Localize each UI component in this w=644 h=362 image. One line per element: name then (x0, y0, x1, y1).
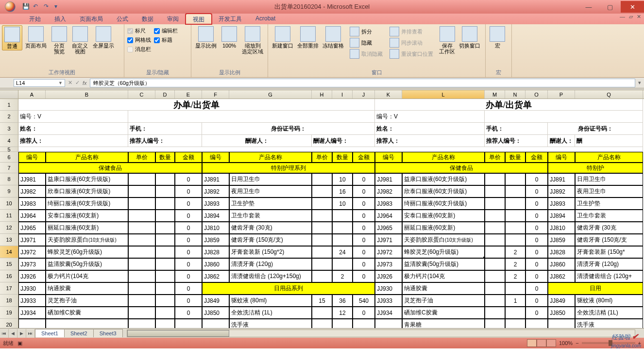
cell[interactable]: 0 (175, 295, 202, 307)
hdr[interactable]: 单价 (128, 152, 155, 163)
cell[interactable]: JJ972 (375, 246, 402, 258)
cell[interactable]: 硒加维C胶囊 (402, 307, 485, 319)
cell[interactable]: 全效洗洁精 (1L) (229, 307, 312, 319)
cell[interactable]: JJ930 (375, 282, 402, 295)
cell[interactable] (128, 246, 155, 258)
col-header-I[interactable]: I (332, 90, 353, 99)
cell[interactable]: 牙膏套装新 (150g* (575, 246, 643, 258)
cell[interactable]: 0 (525, 270, 548, 282)
window-small-取消隐藏[interactable]: 取消隐藏 (348, 49, 385, 59)
cell[interactable] (332, 210, 353, 222)
cell[interactable]: 蜂胶灵芝(60g升级版) (46, 246, 128, 258)
col-header-P[interactable]: P (548, 90, 575, 99)
col-header-L[interactable]: L (402, 90, 485, 99)
cell[interactable] (332, 319, 353, 328)
window-right-0[interactable]: 保存工作区 (437, 25, 457, 55)
enter-icon[interactable]: ✓ (75, 80, 80, 86)
hdr[interactable]: 产品名称 (575, 152, 643, 163)
row-header-3[interactable]: 3 (0, 123, 18, 135)
cell[interactable]: 0 (175, 246, 202, 258)
cell[interactable] (485, 270, 505, 282)
cell[interactable] (505, 222, 525, 234)
cell[interactable] (505, 234, 525, 246)
cell[interactable] (505, 282, 525, 295)
cell[interactable]: JJ894 (548, 210, 575, 222)
cell[interactable] (155, 307, 175, 319)
cell[interactable]: 24 (332, 246, 353, 258)
last-sheet-button[interactable]: ⏭ (26, 329, 35, 338)
hdr[interactable]: 金额 (175, 152, 202, 163)
cell[interactable] (128, 185, 155, 197)
sec[interactable]: 特别护理系列 (202, 163, 375, 173)
cell-b4[interactable]: 推荐人编号： (128, 135, 202, 147)
normal-view-button[interactable] (527, 339, 537, 347)
cell[interactable] (18, 319, 46, 328)
row-header-5[interactable]: 5 (0, 147, 18, 152)
col-header-M[interactable]: M (485, 90, 505, 99)
cell[interactable] (312, 270, 332, 282)
title-left[interactable]: 办单/出货单 (18, 99, 375, 111)
cell[interactable] (128, 307, 155, 319)
cell-k4[interactable]: 推荐人： (375, 135, 485, 147)
cell[interactable]: 0 (175, 282, 202, 295)
hdr[interactable]: 数量 (505, 152, 525, 163)
cell[interactable] (548, 319, 575, 328)
cell[interactable]: 青果糖 (402, 319, 485, 328)
cell[interactable] (485, 319, 505, 328)
cell[interactable]: 0 (353, 222, 375, 234)
cell[interactable]: JJ973 (375, 258, 402, 270)
cell[interactable]: JJ862 (548, 270, 575, 282)
cell[interactable]: 0 (175, 173, 202, 185)
cell[interactable] (155, 173, 175, 185)
record-macro-icon[interactable]: ▣ (17, 340, 22, 346)
cell[interactable]: 0 (175, 270, 202, 282)
hdr[interactable]: 金额 (525, 152, 548, 163)
checkbox-标题[interactable]: 标题 (154, 36, 178, 44)
cell[interactable]: 益康口服液(60支升级版) (46, 173, 128, 185)
hdr[interactable]: 编号 (548, 152, 575, 163)
cell[interactable]: JJ933 (18, 295, 46, 307)
cell[interactable]: JJ964 (375, 210, 402, 222)
row-header-2[interactable]: 2 (0, 111, 18, 123)
sheet-tab-Sheet1[interactable]: Sheet1 (35, 329, 65, 337)
hdr[interactable]: 金额 (353, 152, 375, 163)
cell[interactable]: 清渍牙膏 (120g) (229, 258, 312, 270)
cell[interactable]: JJ859 (548, 234, 575, 246)
cell[interactable]: 0 (353, 246, 375, 258)
cell[interactable] (128, 173, 155, 185)
cell[interactable] (312, 197, 332, 210)
cell[interactable] (155, 319, 175, 328)
cell[interactable] (485, 246, 505, 258)
cell[interactable] (332, 234, 353, 246)
tab-Acrobat[interactable]: Acrobat (249, 14, 282, 24)
tab-页面布局[interactable]: 页面布局 (73, 14, 110, 24)
cell[interactable]: 0 (353, 307, 375, 319)
cell[interactable]: JJ860 (202, 258, 229, 270)
cell[interactable] (353, 319, 375, 328)
cell[interactable]: JJ892 (548, 185, 575, 197)
row-header-6[interactable]: 6 (0, 152, 18, 163)
window-small-隐藏[interactable]: 隐藏 (348, 37, 385, 48)
cell[interactable]: 牙膏套装新 (150g*2) (229, 246, 312, 258)
cell[interactable]: JJ849 (548, 295, 575, 307)
cell[interactable] (505, 307, 525, 319)
col-header-B[interactable]: B (46, 90, 128, 99)
cell[interactable]: 0 (525, 222, 548, 234)
cell[interactable] (312, 173, 332, 185)
tab-开发工具[interactable]: 开发工具 (212, 14, 249, 24)
col-header-E[interactable]: E (175, 90, 202, 99)
cell[interactable]: JJ981 (18, 173, 46, 185)
office-button[interactable] (0, 0, 20, 14)
cell[interactable] (312, 319, 332, 328)
cell[interactable]: 清渍牙膏 (120g) (575, 258, 643, 270)
cell[interactable]: 0 (353, 210, 375, 222)
cell[interactable]: 0 (525, 258, 548, 270)
cell[interactable] (312, 258, 332, 270)
doc-restore-button[interactable]: ▱ (629, 14, 633, 20)
zoom-level[interactable]: 100% (559, 340, 573, 346)
save-icon[interactable]: 💾 (22, 3, 30, 11)
cell[interactable]: 0 (525, 246, 548, 258)
fx-icon[interactable]: fx (83, 80, 87, 86)
cell[interactable]: 洗手液 (575, 319, 643, 328)
cell[interactable]: JJ981 (375, 173, 402, 185)
